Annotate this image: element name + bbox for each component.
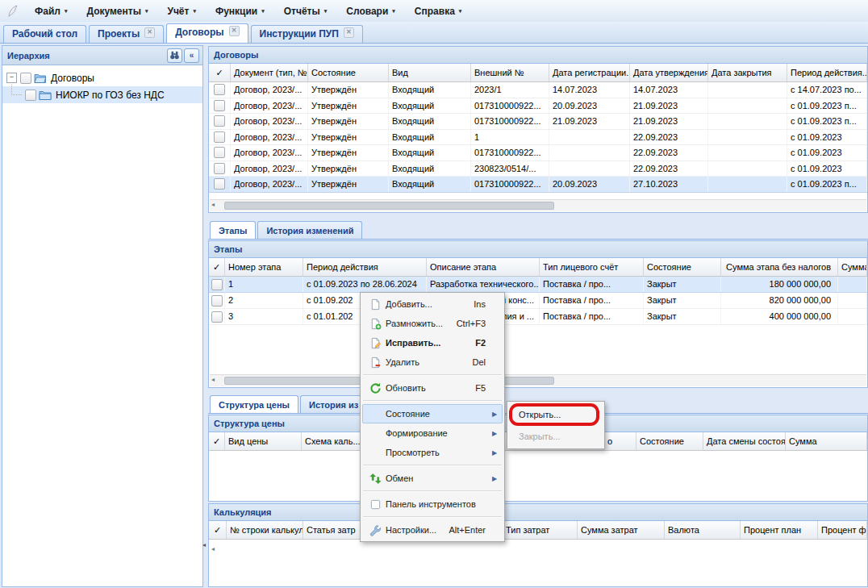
table-row[interactable]: Договор, 2023/...УтверждёнВходящий2023/1… <box>209 82 867 98</box>
column-header[interactable]: Вид цены <box>225 432 302 450</box>
close-icon[interactable]: ✕ <box>229 26 240 36</box>
column-header[interactable]: Вид <box>389 64 471 81</box>
column-header[interactable]: Период действия <box>303 258 427 276</box>
column-header[interactable]: Описание этапа <box>427 258 540 276</box>
tab-0[interactable]: Структура цены <box>210 395 298 413</box>
tab-1[interactable]: Проекты✕ <box>89 25 164 43</box>
row-checkbox[interactable] <box>211 279 223 290</box>
menu-item-9[interactable]: Просмотреть▶ <box>362 443 503 462</box>
menu-item-5[interactable]: ОбновитьF5 <box>362 378 503 398</box>
close-icon[interactable]: ✕ <box>144 27 155 38</box>
menubar-item-5[interactable]: Словари▾ <box>339 3 403 19</box>
column-header[interactable]: Сумма затрат <box>578 521 665 539</box>
column-header[interactable]: Внешний № <box>471 64 549 81</box>
chevron-down-icon: ▾ <box>65 8 68 15</box>
column-header[interactable]: ✓ <box>209 258 225 276</box>
column-header[interactable]: № строки калькул <box>227 521 303 539</box>
row-checkbox[interactable] <box>211 311 223 323</box>
table-row[interactable]: Договор, 2023/...УтверждёнВходящий017310… <box>209 145 867 161</box>
column-header[interactable]: о <box>604 432 636 450</box>
column-header[interactable]: Валюта <box>665 521 741 539</box>
column-header[interactable]: Дата регистрации. <box>549 64 630 81</box>
column-header[interactable]: Сумма <box>786 432 867 450</box>
menu-item-11[interactable]: Обмен▶ <box>362 469 503 488</box>
folder-open-icon <box>34 73 47 84</box>
tree-checkbox[interactable] <box>25 90 36 101</box>
column-header[interactable]: Дата закрытия <box>708 64 787 81</box>
submenu-item-0[interactable]: Открыть... <box>509 403 603 425</box>
column-header[interactable]: ✓ <box>209 432 225 450</box>
row-checkbox[interactable] <box>214 131 225 143</box>
menu-item-3[interactable]: УдалитьDel <box>362 352 503 372</box>
panel-title: Калькуляция <box>214 507 272 517</box>
menu-item-1[interactable]: Размножить...Ctrl+F3 <box>362 314 503 333</box>
column-header[interactable]: Дата утверждения <box>630 64 708 81</box>
table-row[interactable]: Договор, 2023/...УтверждёнВходящий017310… <box>209 177 867 193</box>
column-header[interactable]: Состояние <box>644 258 721 276</box>
row-checkbox[interactable] <box>214 147 225 158</box>
tree-node-root[interactable]: − Договоры <box>2 69 202 86</box>
tab-1[interactable]: История из <box>300 395 367 413</box>
grid-column-headers: ✓Документ (тип, №СостояниеВидВнешний №Да… <box>209 64 867 82</box>
menu-item-0[interactable]: Добавить...Ins <box>362 294 503 314</box>
menu-item-7[interactable]: Состояние▶ <box>362 404 503 423</box>
column-header[interactable]: Тип затрат <box>503 521 578 539</box>
tab-2[interactable]: Договоры✕ <box>166 23 248 43</box>
row-checkbox[interactable] <box>214 178 225 190</box>
tree-checkbox[interactable] <box>20 73 31 84</box>
column-header[interactable]: Сумма <box>838 258 867 276</box>
table-row[interactable]: Договор, 2023/...УтверждёнВходящий017310… <box>209 98 867 115</box>
column-header[interactable]: ✓ <box>209 521 227 539</box>
row-checkbox[interactable] <box>211 295 223 307</box>
tree-node-child[interactable]: НИОКР по ГОЗ без НДС <box>2 86 202 103</box>
tab-3[interactable]: Инструкции ПУП✕ <box>251 25 363 43</box>
menubar-item-4[interactable]: Отчёты▾ <box>277 3 335 19</box>
row-checkbox[interactable] <box>214 100 225 111</box>
column-header[interactable]: ✓ <box>209 64 231 81</box>
collapse-panel-button[interactable]: « <box>184 48 199 63</box>
column-header[interactable]: Процент план <box>741 521 818 539</box>
scroll-left-arrow-icon[interactable]: ◂ <box>211 201 215 208</box>
menu-item-13[interactable]: Панель инструментов <box>362 494 503 514</box>
table-row[interactable]: 3с 01.01.202зделия и ...Поставка / про..… <box>209 309 867 325</box>
row-checkbox[interactable] <box>214 115 225 127</box>
scroll-left-arrow-icon[interactable]: ◂ <box>211 376 215 383</box>
cell: 017310000922... <box>471 177 549 192</box>
table-row[interactable]: Договор, 2023/...УтверждёнВходящий230823… <box>209 161 867 177</box>
menu-item-label: Добавить... <box>386 299 474 309</box>
table-row[interactable]: 1с 01.09.2023 по 28.06.2024Разработка те… <box>209 277 867 293</box>
menubar-item-6[interactable]: Справка▾ <box>407 3 469 19</box>
horizontal-scrollbar[interactable]: ◂ <box>210 199 866 211</box>
tab-1[interactable]: История изменений <box>257 221 362 239</box>
column-header[interactable]: Состояние <box>636 432 703 450</box>
collapse-expander-icon[interactable]: − <box>6 73 17 83</box>
menubar-item-0[interactable]: Файл▾ <box>27 3 74 19</box>
tab-0[interactable]: Рабочий стол <box>3 25 86 43</box>
horizontal-scrollbar[interactable]: ◂ <box>210 374 866 386</box>
scrollbar-thumb[interactable] <box>224 202 554 210</box>
column-header[interactable]: Процент ф <box>818 521 867 539</box>
search-button[interactable] <box>167 48 182 63</box>
menubar-item-2[interactable]: Учёт▾ <box>160 3 203 19</box>
row-checkbox[interactable] <box>214 84 225 95</box>
column-header[interactable]: Документ (тип, № <box>231 64 308 81</box>
column-header[interactable]: Тип лицевого счёт <box>540 258 644 276</box>
menu-item-15[interactable]: Настройки...Alt+Enter <box>362 520 503 540</box>
menubar-item-3[interactable]: Функции▾ <box>208 3 272 19</box>
column-header[interactable]: Дата смены состоя <box>703 432 786 450</box>
column-header[interactable]: Состояние <box>308 64 389 81</box>
row-checkbox[interactable] <box>214 163 225 174</box>
tab-0[interactable]: Этапы <box>210 221 256 239</box>
close-icon[interactable]: ✕ <box>344 27 354 38</box>
menu-item-8[interactable]: Формирование▶ <box>362 423 503 443</box>
scroll-left-arrow-icon[interactable]: ◂ <box>211 545 215 553</box>
menubar-item-1[interactable]: Документы▾ <box>79 3 155 19</box>
table-row[interactable]: Договор, 2023/...УтверждёнВходящий017310… <box>209 114 867 130</box>
collapse-arrow-icon[interactable]: ◂ <box>202 541 206 548</box>
column-header[interactable]: Сумма этапа без налогов <box>721 258 838 276</box>
column-header[interactable]: Номер этапа <box>225 258 303 276</box>
menu-item-2[interactable]: Исправить...F2 <box>362 333 503 352</box>
table-row[interactable]: 2с 01.09.202очей конс...Поставка / про..… <box>209 293 867 309</box>
column-header[interactable]: Период действия... <box>787 64 867 81</box>
table-row[interactable]: Договор, 2023/...УтверждёнВходящий122.09… <box>209 130 867 146</box>
